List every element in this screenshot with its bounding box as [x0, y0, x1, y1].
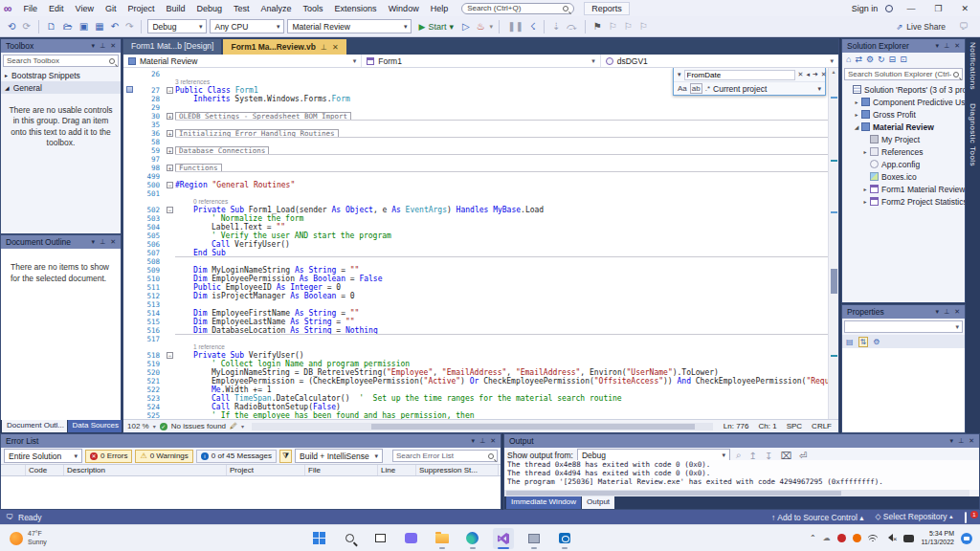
code-line[interactable]: 507End Sub — [123, 249, 828, 257]
output-log[interactable]: The thread 0x4e88 has exited with code 0… — [504, 460, 979, 490]
menu-item-file[interactable]: File — [18, 2, 44, 15]
solution-platform-dropdown[interactable]: Any CPU▾ — [210, 19, 284, 33]
column-header-description[interactable]: Description — [64, 465, 227, 475]
clear-icon[interactable]: ✕ — [798, 71, 804, 78]
close-icon[interactable]: ✕ — [110, 238, 116, 246]
column-header-file[interactable]: File — [305, 465, 378, 475]
camera-icon[interactable] — [903, 535, 914, 542]
menu-item-reports[interactable]: Reports — [584, 2, 630, 15]
column-header-project[interactable]: Project — [227, 465, 305, 475]
column-indicator[interactable]: Ch: 1 — [756, 422, 780, 430]
pin-icon[interactable]: ⊥ — [944, 308, 949, 316]
code-line[interactable]: 509Dim MyLoginNameString As String = "" — [123, 266, 828, 275]
code-line[interactable]: 504Label1.Text = "" — [123, 223, 828, 231]
code-line[interactable]: 516Dim DatabaseLocation As String = Noth… — [123, 326, 828, 335]
toolbox-group-bootstrap-snippets[interactable]: ▸ Bootstrap Snippets — [1, 69, 121, 81]
menu-item-analyze[interactable]: Analyze — [256, 2, 298, 15]
collapsed-region[interactable]: Database Connections — [175, 146, 269, 155]
menu-item-view[interactable]: View — [70, 2, 100, 15]
window-position-icon[interactable]: ▾ — [936, 42, 940, 50]
menu-item-extensions[interactable]: Extensions — [329, 2, 383, 15]
filter-icon[interactable]: ⧩ — [279, 450, 292, 463]
tab-notifications[interactable]: Notifications — [969, 42, 977, 90]
tree-item-references[interactable]: ▸References — [842, 145, 965, 158]
maximize-button[interactable]: ❐ — [928, 4, 947, 13]
pending-changes-filter-icon[interactable]: ⚙ — [866, 55, 874, 64]
alphabetical-icon[interactable]: ⇅ — [858, 337, 869, 347]
expander-icon[interactable]: ◢ — [853, 123, 860, 130]
document-outline-title-bar[interactable]: Document Outline ▾⊥✕ — [1, 235, 121, 249]
close-icon[interactable]: ✕ — [332, 43, 339, 52]
minimize-button[interactable]: — — [901, 4, 921, 13]
match-case-icon[interactable]: Aa — [678, 84, 687, 93]
expander-icon[interactable]: ▸ — [853, 111, 860, 118]
refresh-icon[interactable]: ↻ — [878, 55, 885, 64]
volume-muted-icon[interactable]: × — [884, 534, 898, 543]
new-project-icon[interactable]: 🗋 — [45, 21, 58, 32]
code-line[interactable]: 506Call VerifyUser() — [123, 240, 828, 249]
sync-orange-icon[interactable] — [853, 534, 861, 542]
editor-horizontal-scrollbar[interactable] — [252, 423, 713, 430]
clear-all-icon[interactable]: ⌧ — [778, 451, 793, 461]
collapsed-region[interactable]: Initializing Error Handling Routines — [175, 129, 339, 138]
start-button[interactable] — [309, 528, 330, 549]
status-red-icon[interactable] — [837, 534, 846, 542]
quick-search-input[interactable]: Search (Ctrl+Q) — [461, 3, 574, 14]
close-icon[interactable]: ✕ — [954, 42, 960, 50]
undo-icon[interactable]: ↶ — [109, 21, 121, 32]
tab-document-outline[interactable]: Document Outl... — [2, 420, 67, 432]
close-icon[interactable]: ✕ — [969, 437, 974, 445]
project-dropdown[interactable]: Material Review ▾ — [123, 55, 362, 67]
live-share-button[interactable]: ⇗ Live Share 🗩 — [896, 21, 980, 32]
tab-output[interactable]: Output — [582, 496, 614, 509]
redo-icon[interactable]: ↷ — [123, 21, 135, 32]
codelens-indicator[interactable]: 1 reference — [123, 343, 828, 351]
code-line[interactable]: 499 — [123, 172, 828, 181]
property-pages-icon[interactable]: ⚙ — [873, 338, 880, 346]
column-header-code[interactable]: Code — [26, 465, 64, 475]
messages-filter-button[interactable]: i 0 of 45 Messages — [196, 450, 277, 463]
column-header-line[interactable]: Line — [378, 465, 416, 475]
errors-filter-button[interactable]: ✕ 0 Errors — [85, 450, 132, 463]
task-view-button[interactable] — [370, 528, 391, 549]
code-line[interactable]: 97 — [123, 155, 828, 164]
add-to-source-control-button[interactable]: ↑ Add to Source Control ▴ — [771, 513, 863, 522]
tab-form1-code[interactable]: Form1 Ma...Review.vb ⊥ ✕ — [223, 39, 345, 55]
categorized-icon[interactable]: ▤ — [846, 338, 854, 346]
previous-bookmark-icon[interactable]: ⚐ — [607, 21, 619, 32]
tree-item-solution-reports-3-of-3-proje[interactable]: Solution 'Reports' (3 of 3 proje — [842, 83, 965, 96]
code-line[interactable]: 98+Functions — [123, 164, 828, 172]
find-scope-dropdown[interactable]: Current project — [713, 84, 814, 94]
next-bookmark-icon[interactable]: ⚐ — [622, 21, 635, 32]
error-source-dropdown[interactable]: Build + IntelliSense▾ — [295, 449, 383, 463]
chat-button[interactable] — [401, 528, 422, 549]
menu-item-help[interactable]: Help — [425, 2, 455, 15]
file-explorer-button[interactable] — [432, 528, 453, 549]
code-cleanup-icon[interactable]: 🖉 — [230, 422, 237, 430]
pin-icon[interactable]: ⊥ — [958, 437, 964, 445]
solution-explorer-search-input[interactable]: Search Solution Explorer (Ctrl- — [844, 68, 963, 80]
feedback-icon[interactable]: 🗨 — [6, 513, 13, 521]
code-line[interactable]: 514Dim EmployeeFirstName As String = "" — [123, 309, 828, 318]
solution-configuration-dropdown[interactable]: Debug▾ — [147, 19, 207, 33]
step-over-icon[interactable]: ⤼ — [565, 21, 579, 33]
column-header-suppression-st-[interactable]: Suppression St... — [416, 465, 499, 475]
collapsed-region[interactable]: OLEDB Settings - Spreadsheet BOM Import — [175, 112, 351, 121]
menu-item-window[interactable]: Window — [383, 2, 425, 15]
output-title-bar[interactable]: Output ▾⊥✕ — [504, 434, 979, 448]
outlook-button[interactable] — [554, 528, 575, 549]
tree-item-gross-profit[interactable]: ▸Gross Profit — [842, 108, 965, 121]
fold-collapse-icon[interactable]: − — [167, 87, 173, 94]
menu-item-test[interactable]: Test — [228, 2, 256, 15]
code-line[interactable]: 501 — [123, 189, 828, 198]
code-line[interactable]: 29 — [123, 103, 828, 112]
notification-center-icon[interactable] — [961, 533, 972, 544]
properties-title-bar[interactable]: Properties ▾⊥✕ — [842, 305, 965, 319]
fold-collapse-icon[interactable]: − — [167, 352, 173, 359]
expander-icon[interactable]: ▸ — [861, 186, 869, 192]
hot-reload-icon[interactable]: ♨ — [475, 21, 487, 32]
tree-item-component-predictive-usag[interactable]: ▸Component Predictive Usag — [842, 96, 965, 108]
code-line[interactable]: 58 — [123, 138, 828, 146]
tab-immediate-window[interactable]: Immediate Window — [506, 496, 581, 509]
code-line[interactable]: 524Call RadioButtonSetup(False) — [123, 403, 828, 411]
